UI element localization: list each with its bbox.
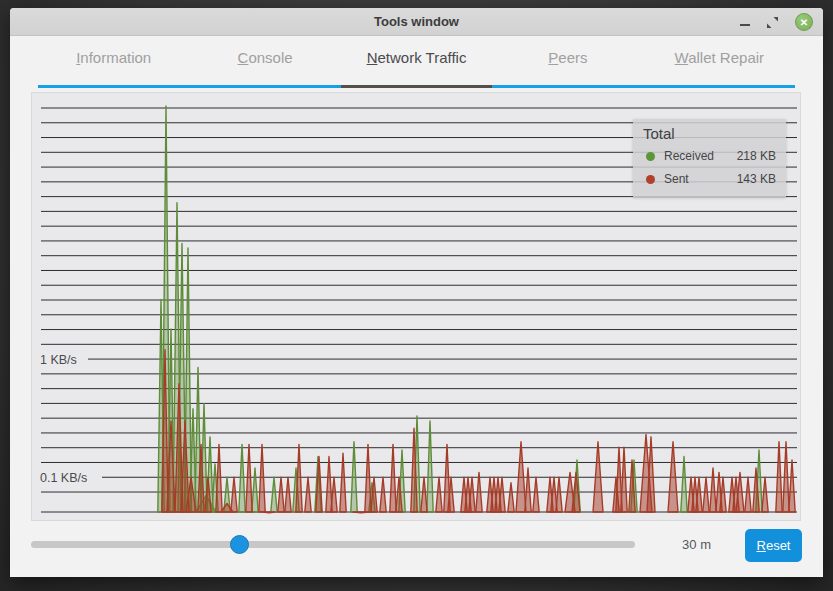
titlebar[interactable]: Tools window ✕ xyxy=(10,8,823,36)
legend-row-sent: Sent 143 KB xyxy=(643,172,776,186)
tab-console[interactable]: Console xyxy=(189,36,340,88)
legend-title: Total xyxy=(643,125,776,142)
tab-information[interactable]: Information xyxy=(38,36,189,88)
legend-label: Sent xyxy=(664,172,689,186)
svg-text:0.1 KB/s: 0.1 KB/s xyxy=(40,471,87,485)
network-traffic-chart: 1 KB/s0.1 KB/s Total Received 218 KB Sen… xyxy=(31,92,801,521)
restore-icon[interactable] xyxy=(766,16,779,29)
tools-window: Tools window ✕ Information Console Netwo… xyxy=(10,8,823,577)
time-range-label: 30 m xyxy=(651,537,711,552)
svg-text:1 KB/s: 1 KB/s xyxy=(40,353,77,367)
time-range-slider-track[interactable] xyxy=(31,541,635,548)
legend-value: 218 KB xyxy=(737,149,776,163)
received-dot-icon xyxy=(646,152,655,161)
tab-network-traffic[interactable]: Network Traffic xyxy=(341,36,492,88)
legend-label: Received xyxy=(664,149,714,163)
sent-dot-icon xyxy=(646,175,655,184)
traffic-legend: Total Received 218 KB Sent 143 KB xyxy=(633,119,786,197)
tab-wallet-repair[interactable]: Wallet Repair xyxy=(644,36,795,88)
tab-peers[interactable]: Peers xyxy=(492,36,643,88)
legend-row-received: Received 218 KB xyxy=(643,149,776,163)
time-range-slider-handle[interactable] xyxy=(230,535,249,554)
close-icon[interactable]: ✕ xyxy=(795,13,813,31)
legend-value: 143 KB xyxy=(737,172,776,186)
minimize-icon[interactable] xyxy=(740,24,750,26)
tab-bar: Information Console Network Traffic Peer… xyxy=(38,36,795,88)
window-controls: ✕ xyxy=(740,8,813,36)
window-title: Tools window xyxy=(374,14,459,29)
reset-button[interactable]: Reset xyxy=(745,529,802,562)
